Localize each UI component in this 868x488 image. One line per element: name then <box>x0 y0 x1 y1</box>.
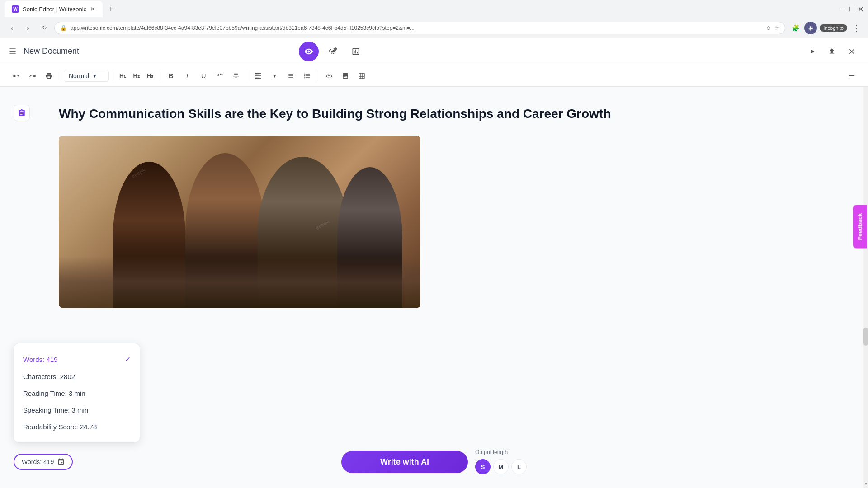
redo-btn[interactable] <box>25 69 40 83</box>
header-center-icons <box>299 42 366 61</box>
output-length-control: Output length S M L <box>475 449 527 474</box>
menu-btn[interactable]: ⋮ <box>850 22 863 34</box>
format-label: Normal <box>69 72 89 80</box>
toolbar-divider-1 <box>60 70 60 81</box>
tab-title: Sonic Editor | Writesonic <box>23 6 86 13</box>
stats-popup: Words: 419 ✓ Characters: 2802 Reading Ti… <box>14 343 140 443</box>
underline-btn[interactable]: U <box>196 69 211 83</box>
ordered-list-btn[interactable] <box>300 69 314 83</box>
browser-controls: ‹ › ↻ 🔒 app.writesonic.com/template/4af6… <box>0 18 868 38</box>
collapse-btn[interactable]: ⊢ <box>844 69 859 83</box>
stats-readability-label: Readability Score: 24.78 <box>23 423 97 431</box>
words-btn-label: Words: 419 <box>22 458 54 465</box>
size-large-btn[interactable]: L <box>511 459 527 474</box>
header-right <box>805 44 859 59</box>
tab-favicon: W <box>12 5 19 13</box>
stats-chars-label: Characters: 2802 <box>23 373 75 380</box>
h2-btn[interactable]: H₂ <box>130 70 142 81</box>
format-dropdown-icon: ▼ <box>92 73 97 79</box>
forward-btn[interactable]: › <box>22 22 34 34</box>
toolbar-divider-5 <box>318 70 318 81</box>
main-content: Why Communication Skills are the Key to … <box>0 87 868 488</box>
address-text: app.writesonic.com/template/4af66c88-34c… <box>71 25 763 31</box>
align-dropdown-btn[interactable]: ▼ <box>267 69 282 83</box>
output-length-buttons: S M L <box>475 459 527 474</box>
stats-speaking-item[interactable]: Speaking Time: 3 min <box>23 402 131 418</box>
scroll-bottom-indicator: ▾ <box>865 481 867 486</box>
document-heading: Why Communication Skills are the Key to … <box>59 105 823 122</box>
output-length-label: Output length <box>475 449 527 455</box>
active-tab[interactable]: W Sonic Editor | Writesonic ✕ <box>5 1 103 17</box>
hamburger-menu[interactable]: ☰ <box>9 47 16 56</box>
play-btn[interactable] <box>805 44 819 59</box>
stats-words-item[interactable]: Words: 419 ✓ <box>23 351 131 368</box>
h1-btn[interactable]: H₁ <box>117 70 128 81</box>
scrollbar-thumb[interactable] <box>863 328 868 346</box>
bookmark-icon[interactable]: ☆ <box>774 25 779 31</box>
write-ai-bar: Write with AI Output length S M L <box>341 449 527 474</box>
app-header: ☰ New Document <box>0 38 868 65</box>
italic-btn[interactable]: I <box>180 69 194 83</box>
tab-close-btn[interactable]: ✕ <box>90 5 95 13</box>
refresh-btn[interactable]: ↻ <box>38 22 51 34</box>
profile-btn[interactable]: ◉ <box>804 22 817 34</box>
feedback-tab[interactable]: Feedback <box>853 205 867 249</box>
document-title[interactable]: New Document <box>24 47 79 56</box>
presentation-btn[interactable] <box>346 42 366 61</box>
stats-chars-item[interactable]: Characters: 2802 <box>23 368 131 385</box>
address-bar[interactable]: 🔒 app.writesonic.com/template/4af66c88-3… <box>54 22 785 34</box>
stats-readability-item[interactable]: Readability Score: 24.78 <box>23 418 131 435</box>
align-btn[interactable] <box>251 69 265 83</box>
browser-actions: 🧩 ◉ Incognito ⋮ <box>789 22 863 34</box>
stats-reading-item[interactable]: Reading Time: 3 min <box>23 385 131 402</box>
bullet-list-btn[interactable] <box>283 69 298 83</box>
close-btn[interactable] <box>844 44 859 59</box>
size-small-btn[interactable]: S <box>475 459 491 474</box>
tab-bar: W Sonic Editor | Writesonic ✕ + ─ □ ✕ <box>0 0 868 18</box>
undo-btn[interactable] <box>9 69 24 83</box>
incognito-badge[interactable]: Incognito <box>820 24 847 32</box>
minimize-btn[interactable]: ─ <box>841 5 846 13</box>
new-tab-button[interactable]: + <box>104 3 117 15</box>
toolbar-divider-2 <box>113 70 113 81</box>
extensions-btn[interactable]: 🧩 <box>789 22 802 34</box>
write-with-ai-button[interactable]: Write with AI <box>341 451 468 473</box>
words-count-button[interactable]: Words: 419 <box>14 454 73 470</box>
image-insert-btn[interactable] <box>338 69 353 83</box>
rocket-btn[interactable] <box>322 42 342 61</box>
print-btn[interactable] <box>42 69 56 83</box>
strikethrough-btn[interactable] <box>229 69 243 83</box>
back-btn[interactable]: ‹ <box>5 22 18 34</box>
table-insert-btn[interactable] <box>354 69 369 83</box>
format-selector[interactable]: Normal ▼ <box>64 70 109 82</box>
close-window-btn[interactable]: ✕ <box>858 5 863 14</box>
toolbar-divider-3 <box>160 70 160 81</box>
restore-btn[interactable]: □ <box>849 5 854 13</box>
document-image: freepik freepik <box>59 136 420 308</box>
stats-checkmark: ✓ <box>125 355 131 364</box>
toolbar-divider-4 <box>247 70 247 81</box>
formatting-toolbar: Normal ▼ H₁ H₂ H₃ B I U ❝❞ ▼ ⊢ <box>0 65 868 87</box>
quote-btn[interactable]: ❝❞ <box>212 69 227 83</box>
stats-speaking-label: Speaking Time: 3 min <box>23 406 88 414</box>
size-medium-btn[interactable]: M <box>493 459 509 474</box>
share-btn[interactable] <box>825 44 839 59</box>
h3-btn[interactable]: H₃ <box>144 70 156 81</box>
stats-reading-label: Reading Time: 3 min <box>23 389 85 397</box>
scrollbar[interactable]: ▾ <box>863 87 868 488</box>
extensions-icon: ⊙ <box>766 25 771 31</box>
link-btn[interactable] <box>322 69 336 83</box>
stats-words-label: Words: 419 <box>23 356 57 363</box>
bold-btn[interactable]: B <box>164 69 178 83</box>
preview-btn[interactable] <box>299 42 319 61</box>
